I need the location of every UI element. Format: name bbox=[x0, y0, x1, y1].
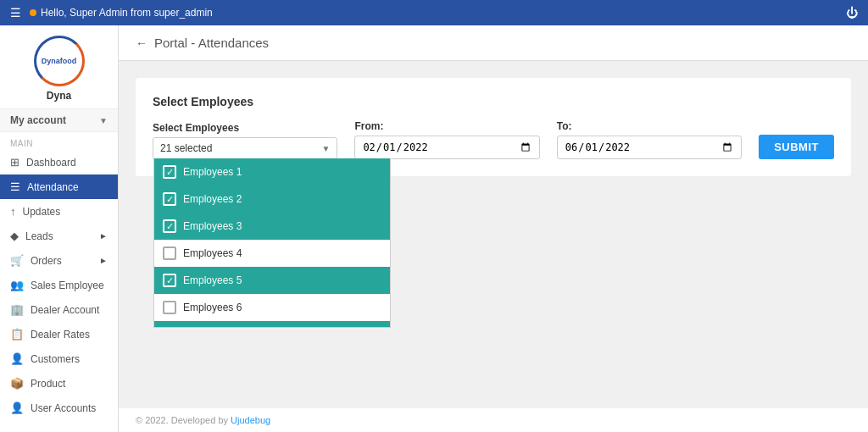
breadcrumb-current: Attendances bbox=[198, 36, 269, 50]
breadcrumb-separator: - bbox=[191, 36, 198, 50]
footer-copyright: © 2022. Developed by bbox=[136, 415, 228, 425]
orders-arrow-icon: ► bbox=[99, 256, 108, 265]
sidebar-item-leads[interactable]: ◆ Leads ► bbox=[0, 224, 118, 248]
sidebar-item-attendance[interactable]: ☰ Attendance bbox=[0, 174, 118, 199]
dropdown-item-1[interactable]: ✓ Employees 1 bbox=[154, 158, 390, 186]
customers-icon: 👤 bbox=[10, 352, 24, 365]
dropdown-item-7[interactable]: ✓ Employees 7 bbox=[154, 321, 390, 328]
checkbox-5-icon: ✓ bbox=[163, 274, 176, 287]
sidebar-item-updates-label: Updates bbox=[23, 206, 61, 218]
dropdown-item-4-label: Employees 4 bbox=[183, 247, 242, 259]
chevron-down-icon: ▼ bbox=[99, 116, 108, 125]
to-date-input[interactable] bbox=[557, 136, 742, 159]
sidebar-item-customers-label: Customers bbox=[31, 353, 80, 365]
sidebar-item-product[interactable]: 📦 Product bbox=[0, 371, 118, 396]
submit-button[interactable]: SUBMIT bbox=[759, 135, 834, 159]
sidebar-item-user-accounts-label: User Accounts bbox=[31, 402, 96, 414]
dealer-account-icon: 🏢 bbox=[10, 303, 24, 316]
sidebar-item-dealer-account[interactable]: 🏢 Dealer Account bbox=[0, 297, 118, 322]
leads-icon: ◆ bbox=[10, 230, 19, 242]
sidebar-item-product-label: Product bbox=[31, 378, 65, 390]
dropdown-item-4[interactable]: Employees 4 bbox=[154, 240, 390, 267]
select-employees-label: Select Employees bbox=[153, 122, 337, 134]
page-header: ← Portal - Attendances bbox=[119, 25, 868, 61]
updates-icon: ↑ bbox=[10, 205, 16, 218]
checkbox-6-icon bbox=[163, 301, 176, 314]
sales-employee-icon: 👥 bbox=[10, 279, 24, 291]
power-icon[interactable]: ⏻ bbox=[846, 6, 858, 19]
from-date-group: From: bbox=[354, 120, 539, 159]
dropdown-item-6-label: Employees 6 bbox=[183, 302, 242, 313]
greeting-text: Hello, Super Admin from super_admin bbox=[41, 7, 213, 19]
sidebar-item-orders[interactable]: 🛒 Orders ► bbox=[0, 248, 118, 273]
sidebar-item-dealer-rates-label: Dealer Rates bbox=[31, 329, 90, 341]
logo-circle: Dynafood bbox=[34, 36, 85, 86]
sidebar-item-dashboard-label: Dashboard bbox=[26, 157, 76, 169]
sidebar-item-sales-employee[interactable]: 👥 Sales Employee bbox=[0, 273, 118, 297]
from-date-input[interactable] bbox=[354, 136, 539, 159]
status-dot bbox=[30, 9, 36, 16]
form-card-title: Select Employees bbox=[153, 95, 834, 108]
dropdown-item-3[interactable]: ✓ Employees 3 bbox=[154, 213, 390, 240]
attendance-icon: ☰ bbox=[10, 180, 20, 193]
breadcrumb: Portal - Attendances bbox=[154, 36, 269, 50]
leads-arrow-icon: ► bbox=[99, 231, 108, 241]
form-card: Select Employees Select Employees 21 sel… bbox=[136, 78, 851, 176]
footer: © 2022. Developed by Ujudebug bbox=[119, 407, 868, 432]
product-icon: 📦 bbox=[10, 377, 24, 390]
sidebar-item-orders-label: Orders bbox=[31, 255, 62, 267]
dropdown-item-2[interactable]: ✓ Employees 2 bbox=[154, 186, 390, 213]
my-account-section[interactable]: My account ▼ bbox=[0, 108, 118, 132]
footer-link[interactable]: Ujudebug bbox=[231, 415, 270, 425]
sidebar: Dynafood Dyna My account ▼ MAIN ⊞ Dashbo… bbox=[0, 25, 119, 432]
sidebar-item-dashboard[interactable]: ⊞ Dashboard bbox=[0, 150, 118, 174]
checkbox-1-icon: ✓ bbox=[163, 165, 176, 179]
dashboard-icon: ⊞ bbox=[10, 156, 19, 169]
logo-inner: Dynafood bbox=[36, 38, 82, 84]
dropdown-item-6[interactable]: Employees 6 bbox=[154, 294, 390, 321]
sidebar-item-sales-employee-label: Sales Employee bbox=[31, 280, 104, 291]
checkbox-2-icon: ✓ bbox=[163, 192, 176, 206]
select-employees-group: Select Employees 21 selected ▼ ✓ Employe… bbox=[153, 122, 337, 159]
from-date-label: From: bbox=[354, 120, 539, 132]
user-accounts-icon: 👤 bbox=[10, 402, 24, 414]
dealer-rates-icon: 📋 bbox=[10, 328, 24, 341]
dropdown-item-1-label: Employees 1 bbox=[183, 166, 242, 178]
checkbox-3-icon: ✓ bbox=[163, 219, 176, 233]
sidebar-item-dealer-rates[interactable]: 📋 Dealer Rates bbox=[0, 322, 118, 346]
sidebar-logo: Dynafood Dyna bbox=[0, 25, 118, 108]
page-body: Select Employees Select Employees 21 sel… bbox=[119, 61, 868, 407]
sidebar-item-updates[interactable]: ↑ Updates bbox=[0, 199, 118, 224]
topbar-greeting: Hello, Super Admin from super_admin bbox=[30, 7, 213, 19]
dropdown-item-5[interactable]: ✓ Employees 5 bbox=[154, 267, 390, 294]
my-account-label: My account bbox=[10, 114, 66, 126]
sidebar-item-attendance-label: Attendance bbox=[27, 181, 79, 193]
select-employees-display[interactable]: 21 selected bbox=[153, 138, 314, 158]
to-date-group: To: bbox=[557, 120, 742, 159]
topbar-left: ☰ Hello, Super Admin from super_admin bbox=[10, 6, 213, 19]
back-icon[interactable]: ← bbox=[136, 36, 147, 50]
hamburger-icon[interactable]: ☰ bbox=[10, 6, 21, 19]
checkbox-4-icon bbox=[163, 246, 176, 260]
to-date-label: To: bbox=[557, 120, 742, 132]
sidebar-item-dealer-account-label: Dealer Account bbox=[31, 304, 99, 316]
logo-name: Dyna bbox=[47, 90, 71, 102]
select-arrow-icon[interactable]: ▼ bbox=[314, 140, 337, 158]
dropdown-item-3-label: Employees 3 bbox=[183, 220, 242, 232]
topbar: ☰ Hello, Super Admin from super_admin ⏻ bbox=[0, 0, 868, 25]
sidebar-item-customers[interactable]: 👤 Customers bbox=[0, 346, 118, 371]
dropdown-item-2-label: Employees 2 bbox=[183, 193, 242, 205]
sidebar-item-leads-label: Leads bbox=[25, 230, 53, 242]
sidebar-item-user-accounts[interactable]: 👤 User Accounts bbox=[0, 396, 118, 420]
select-employees-wrapper: 21 selected ▼ ✓ Employees 1 ✓ Em bbox=[153, 137, 337, 159]
breadcrumb-parent: Portal bbox=[154, 36, 187, 50]
orders-icon: 🛒 bbox=[10, 254, 24, 267]
content: ← Portal - Attendances Select Employees … bbox=[119, 25, 868, 432]
dropdown-list: ✓ Employees 1 ✓ Employees 2 ✓ Employees … bbox=[153, 158, 391, 328]
main-layout: Dynafood Dyna My account ▼ MAIN ⊞ Dashbo… bbox=[0, 25, 868, 432]
dropdown-item-5-label: Employees 5 bbox=[183, 274, 242, 286]
form-row: Select Employees 21 selected ▼ ✓ Employe… bbox=[153, 120, 834, 159]
sidebar-section-label: MAIN bbox=[0, 132, 118, 150]
